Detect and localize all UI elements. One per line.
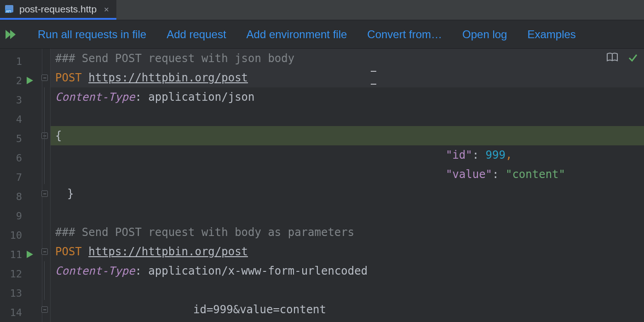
gutter: 1 2 3 4 5 6 7 8 9 10 11 12 13 14 <box>0 49 42 322</box>
http-file-icon: API <box>5 4 15 14</box>
url[interactable]: https://httpbin.org/post <box>88 71 248 84</box>
brace: { <box>55 129 62 142</box>
header-name: Content-Type <box>55 264 135 277</box>
line-number: 4 <box>0 114 22 125</box>
line-number: 5 <box>0 133 22 144</box>
line-number: 9 <box>0 210 22 222</box>
svg-marker-4 <box>10 30 16 39</box>
json-string: "content" <box>506 168 565 181</box>
code-line: id=999&value=content <box>51 300 644 319</box>
file-tab[interactable]: API post-requests.http ✕ <box>0 0 116 20</box>
code-line: Content-Type: application/x-www-form-url… <box>51 261 644 281</box>
file-tab-label: post-requests.http <box>19 4 97 15</box>
run-all-link[interactable]: Run all requests in file <box>38 28 146 41</box>
request-body: id=999&value=content <box>193 303 326 316</box>
comment: ### Send POST request with body as param… <box>55 226 354 239</box>
code-area[interactable]: ### Send POST request with json body POS… <box>51 49 644 322</box>
svg-marker-5 <box>27 77 33 84</box>
line-number: 13 <box>0 288 22 299</box>
json-key: "id" <box>446 149 472 161</box>
header-value: application/x-www-form-urlencoded <box>148 264 368 277</box>
fold-line <box>44 261 45 281</box>
add-env-link[interactable]: Add environment file <box>247 28 347 41</box>
fold-icon[interactable] <box>41 190 48 197</box>
line-number: 14 <box>0 307 22 318</box>
code-line: } <box>51 184 644 203</box>
header-value: application/json <box>148 91 254 104</box>
fold-line <box>44 107 45 126</box>
svg-marker-6 <box>27 251 33 258</box>
line-number: 11 <box>0 249 22 260</box>
brace: } <box>67 187 74 200</box>
code-line: ### Send POST request with body as param… <box>51 223 644 242</box>
code-line <box>51 107 644 126</box>
code-line: ### Send POST request with json body <box>51 49 644 68</box>
run-gutter-icon[interactable] <box>27 77 33 84</box>
line-number: 12 <box>0 268 22 280</box>
close-icon[interactable]: ✕ <box>101 4 109 14</box>
code-line: POST https://httpbin.org/post <box>51 242 644 261</box>
line-number: 1 <box>0 56 22 67</box>
run-all-icon[interactable] <box>6 29 17 40</box>
code-line <box>51 281 644 300</box>
add-request-link[interactable]: Add request <box>167 28 226 41</box>
json-key: "value" <box>446 168 492 181</box>
url[interactable]: https://httpbin.org/post <box>88 245 248 258</box>
svg-text:API: API <box>6 10 11 13</box>
http-method: POST <box>55 71 82 84</box>
http-method: POST <box>55 245 82 258</box>
fold-line <box>44 87 45 107</box>
fold-line <box>44 145 45 165</box>
code-editor[interactable]: 1 2 3 4 5 6 7 8 9 10 11 12 13 14 <box>0 49 644 322</box>
tab-bar: API post-requests.http ✕ <box>0 0 644 20</box>
open-log-link[interactable]: Open log <box>462 28 507 41</box>
code-line: "value": "content" <box>51 165 644 184</box>
fold-line <box>44 165 45 184</box>
fold-line <box>44 126 45 145</box>
fold-icon[interactable] <box>41 75 48 81</box>
json-number: 999 <box>486 149 506 161</box>
reader-mode-icon[interactable] <box>606 52 618 64</box>
fold-line <box>44 281 45 300</box>
fold-gutter <box>42 49 51 322</box>
code-line: POST https://httpbin.org/post <box>51 68 644 87</box>
header-name: Content-Type <box>55 91 135 104</box>
text-cursor <box>373 71 374 85</box>
line-number: 8 <box>0 191 22 202</box>
line-number: 2 <box>0 75 22 86</box>
fold-icon[interactable] <box>41 132 48 139</box>
convert-link[interactable]: Convert from… <box>367 28 442 41</box>
http-toolbar: Run all requests in file Add request Add… <box>0 20 644 49</box>
code-line: Content-Type: application/json <box>51 87 644 107</box>
fold-icon[interactable] <box>41 306 48 313</box>
fold-icon[interactable] <box>41 248 48 255</box>
line-number: 3 <box>0 94 22 106</box>
inspection-ok-icon[interactable] <box>628 53 638 64</box>
examples-link[interactable]: Examples <box>527 28 575 41</box>
run-gutter-icon[interactable] <box>27 251 33 258</box>
line-number: 10 <box>0 230 22 241</box>
code-line: { <box>51 126 644 145</box>
line-number: 6 <box>0 152 22 164</box>
code-line: "id": 999, <box>51 145 644 165</box>
line-number: 7 <box>0 172 22 183</box>
comment: ### Send POST request with json body <box>55 52 294 65</box>
code-line <box>51 203 644 223</box>
editor-corner-icons <box>606 52 638 64</box>
